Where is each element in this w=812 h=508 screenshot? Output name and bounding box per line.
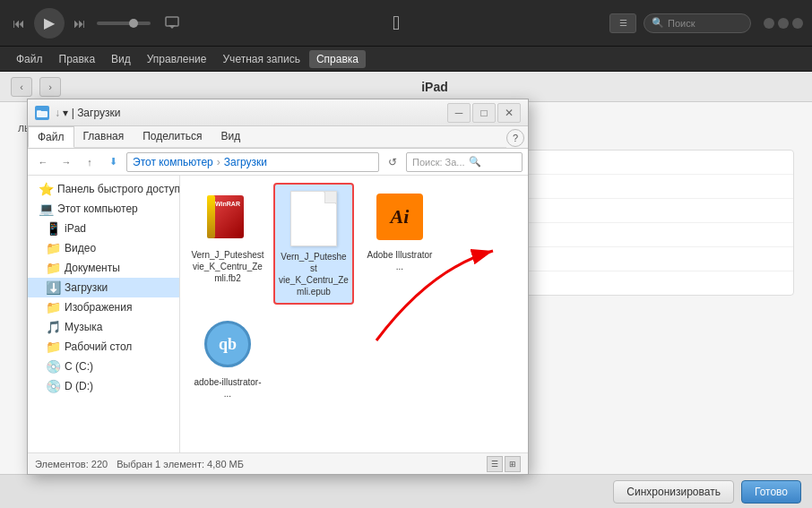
ribbon-tab-file[interactable]: Файл xyxy=(28,126,74,148)
explorer-content: WinRAR Vern_J_Puteshestvie_K_Centru_Zeml… xyxy=(180,176,528,452)
qb-icon: qb xyxy=(204,321,251,367)
explorer-minimize-button[interactable]: ─ xyxy=(447,103,471,123)
menu-file[interactable]: Файл xyxy=(9,50,50,68)
folder-icon: 📁 xyxy=(46,261,60,275)
volume-thumb xyxy=(129,19,138,28)
addr-forward-button[interactable]: → xyxy=(56,152,76,172)
rewind-button[interactable]: ⏮ xyxy=(9,13,29,33)
address-path[interactable]: Этот компьютер › Загрузки xyxy=(126,152,379,172)
nav-back-button[interactable]: ‹ xyxy=(11,77,32,97)
explorer-statusbar: Элементов: 220 Выбран 1 элемент: 4,80 МБ… xyxy=(28,452,528,474)
refresh-button[interactable]: ↺ xyxy=(383,152,402,172)
explorer-window-controls: ─ □ ✕ xyxy=(447,103,521,123)
explorer-ribbon: Файл Главная Поделиться Вид ? xyxy=(28,126,528,149)
explorer-sidebar: ⭐ Панель быстрого доступа 💻 Этот компьют… xyxy=(28,176,180,452)
sidebar-item-documents[interactable]: 📁 Документы xyxy=(28,258,179,278)
downloads-icon: ⬇️ xyxy=(46,280,60,295)
epub-thumbnail xyxy=(285,190,342,247)
sidebar-item-downloads[interactable]: ⬇️ Загрузки xyxy=(28,278,179,297)
sidebar-item-c-drive[interactable]: 💿 C (C:) xyxy=(28,357,179,376)
explorer-titlebar: ↓ ▾ | Загрузки ─ □ ✕ xyxy=(28,99,528,126)
transport-controls: ⏮ ▶ ⏭ xyxy=(9,8,90,39)
file-item-ai[interactable]: Ai Adobe Illustrator... xyxy=(359,183,440,305)
file-label-epub: Vern_J_Puteshestvie_K_Centru_Zemli.epub xyxy=(279,251,349,297)
svg-rect-0 xyxy=(166,17,178,26)
file-label-ai: Adobe Illustrator... xyxy=(367,249,433,272)
folder-icon: 📁 xyxy=(46,340,60,354)
file-label-fb2: Vern_J_Puteshestvie_K_Centru_Zemli.fb2 xyxy=(191,249,263,284)
help-button[interactable]: ? xyxy=(506,129,524,147)
file-item-epub[interactable]: Vern_J_Puteshestvie_K_Centru_Zemli.epub xyxy=(273,183,354,305)
airplay-button[interactable] xyxy=(161,13,183,34)
ipad-icon: 📱 xyxy=(46,221,60,236)
menu-edit[interactable]: Правка xyxy=(52,50,103,68)
itunes-topbar: ⏮ ▶ ⏭  ☰ 🔍 Поиск xyxy=(0,0,812,47)
itunes-logo:  xyxy=(190,12,602,35)
itunes-right-controls: ☰ 🔍 Поиск xyxy=(609,13,751,33)
sync-button[interactable]: Синхронизировать xyxy=(613,480,734,504)
sidebar-item-video[interactable]: 📁 Видео xyxy=(28,238,179,258)
folder-icon: 📁 xyxy=(46,300,60,314)
menu-account[interactable]: Учетная запись xyxy=(216,50,307,68)
volume-slider[interactable] xyxy=(97,22,151,25)
menu-manage[interactable]: Управление xyxy=(140,50,214,68)
ribbon-tab-home[interactable]: Главная xyxy=(74,126,134,147)
large-icon-view-button[interactable]: ⊞ xyxy=(505,456,521,472)
addr-up-button[interactable]: ↑ xyxy=(80,152,99,172)
svg-rect-2 xyxy=(37,111,48,117)
done-button[interactable]: Готово xyxy=(741,480,801,504)
file-label-qb: adobe-illustrator-... xyxy=(194,376,261,400)
sidebar-item-images[interactable]: 📁 Изображения xyxy=(28,297,179,317)
view-buttons: ☰ ⊞ xyxy=(487,456,521,472)
breadcrumb-downloads[interactable]: Загрузки xyxy=(224,156,267,168)
file-item-fb2[interactable]: WinRAR Vern_J_Puteshestvie_K_Centru_Zeml… xyxy=(187,183,268,305)
minimize-button[interactable] xyxy=(764,18,774,29)
search-box[interactable]: 🔍 Поиск xyxy=(644,13,751,33)
sidebar-item-music[interactable]: 🎵 Музыка xyxy=(28,317,179,337)
sidebar-item-this-pc[interactable]: 💻 Этот компьютер xyxy=(28,199,179,219)
menu-view[interactable]: Вид xyxy=(104,50,138,68)
explorer-close-button[interactable]: ✕ xyxy=(497,103,521,123)
ribbon-tab-view[interactable]: Вид xyxy=(212,126,250,147)
computer-icon: 💻 xyxy=(39,202,53,216)
sidebar-item-desktop[interactable]: 📁 Рабочий стол xyxy=(28,337,179,357)
itunes-window: ⏮ ▶ ⏭  ☰ 🔍 Поиск xyxy=(0,0,812,508)
address-search[interactable]: Поиск: За... 🔍 xyxy=(406,152,523,172)
file-item-qb[interactable]: qb adobe-illustrator-... xyxy=(187,310,268,405)
addr-back-button[interactable]: ← xyxy=(33,152,53,172)
maximize-button[interactable] xyxy=(778,18,789,29)
details-view-button[interactable]: ☰ xyxy=(487,456,503,472)
breadcrumb-computer[interactable]: Этот компьютер xyxy=(133,156,213,168)
music-icon: 🎵 xyxy=(46,320,60,334)
itunes-menubar: Файл Правка Вид Управление Учетная запис… xyxy=(0,47,812,72)
disk-icon: 💿 xyxy=(46,359,60,374)
close-button[interactable] xyxy=(792,18,803,29)
sidebar-item-quick-access[interactable]: ⭐ Панель быстрого доступа xyxy=(28,179,179,199)
addr-search-placeholder: Поиск: За... xyxy=(412,157,465,168)
search-icon: 🔍 xyxy=(652,17,664,29)
explorer-folder-icon xyxy=(35,106,49,120)
addr-down-button[interactable]: ⬇ xyxy=(103,152,123,172)
ribbon-tab-share[interactable]: Поделиться xyxy=(134,126,212,147)
itunes-bottombar: Синхронизировать Готово xyxy=(0,474,812,508)
ai-icon: Ai xyxy=(376,194,423,240)
ribbon-tabs: Файл Главная Поделиться Вид xyxy=(28,126,506,148)
search-placeholder: Поиск xyxy=(668,18,695,29)
folder-icon: 📁 xyxy=(46,241,60,255)
addr-search-icon: 🔍 xyxy=(469,156,481,168)
fast-forward-button[interactable]: ⏭ xyxy=(70,13,90,33)
sidebar-item-d-drive[interactable]: 💿 D (D:) xyxy=(28,376,179,396)
explorer-title: ↓ ▾ | Загрузки xyxy=(55,107,442,119)
explorer-maximize-button[interactable]: □ xyxy=(472,103,496,123)
svg-rect-3 xyxy=(37,110,41,112)
device-title: iPad xyxy=(68,80,801,94)
selected-info: Выбран 1 элемент: 4,80 МБ xyxy=(117,459,244,469)
star-icon: ⭐ xyxy=(39,182,53,196)
itunes-subheader: ‹ › iPad xyxy=(0,72,812,102)
play-button[interactable]: ▶ xyxy=(34,8,65,39)
sidebar-item-ipad[interactable]: 📱 iPad xyxy=(28,219,179,238)
nav-forward-button[interactable]: › xyxy=(39,77,61,97)
menu-help[interactable]: Справка xyxy=(309,50,366,68)
explorer-addressbar: ← → ↑ ⬇ Этот компьютер › Загрузки ↺ Поис… xyxy=(28,149,528,176)
list-view-button[interactable]: ☰ xyxy=(609,13,636,33)
